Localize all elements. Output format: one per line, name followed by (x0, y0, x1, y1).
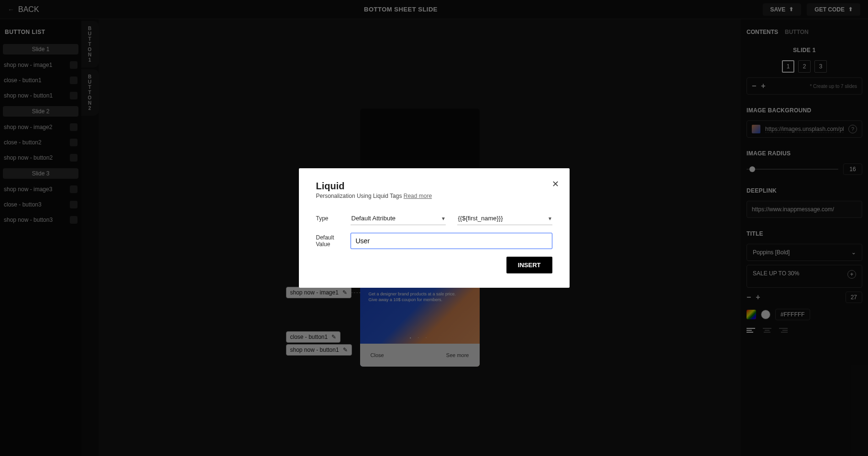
attribute-select[interactable]: {{${first_name}}} ▾ (457, 212, 552, 225)
default-value-row: Default Value (316, 233, 552, 249)
type-value: Default Attribute (352, 215, 396, 222)
type-select[interactable]: Default Attribute ▾ (351, 212, 446, 225)
modal-overlay[interactable]: ✕ Liquid Personalization Using Liquid Ta… (0, 0, 868, 456)
insert-button[interactable]: INSERT (506, 257, 552, 273)
default-value-input[interactable] (351, 233, 552, 249)
close-icon[interactable]: ✕ (552, 179, 559, 189)
attribute-value: {{${first_name}}} (458, 215, 503, 222)
caret-down-icon: ▾ (442, 215, 445, 222)
modal-subtitle: Personalization Using Liquid Tags Read m… (316, 193, 552, 199)
type-label: Type (316, 215, 339, 222)
liquid-modal: ✕ Liquid Personalization Using Liquid Ta… (299, 168, 570, 288)
modal-title: Liquid (316, 181, 552, 192)
read-more-link[interactable]: Read more (404, 193, 432, 199)
caret-down-icon: ▾ (549, 215, 551, 222)
default-label: Default Value (316, 234, 339, 248)
type-row: Type Default Attribute ▾ {{${first_name}… (316, 212, 552, 225)
